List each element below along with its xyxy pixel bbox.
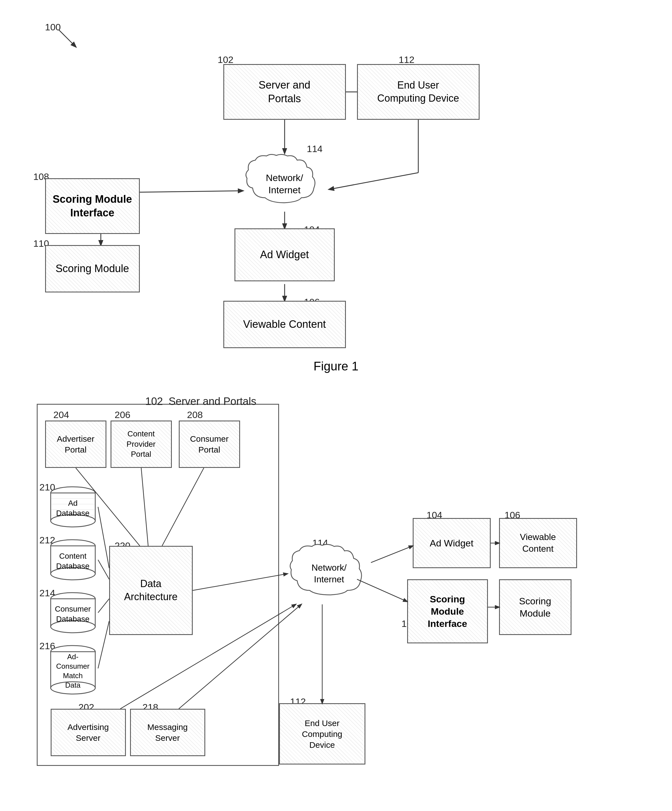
ref-102-fig2: 102 Server and Portals [145,395,256,407]
svg-line-35 [371,546,413,563]
consumer-portal-box: Consumer Portal [179,421,240,468]
ref-204: 204 [53,409,70,420]
ref-206: 206 [115,409,131,420]
scoring-module-box-fig2: Scoring Module [499,579,572,635]
page: 100 102 Server and Portals 112 End User … [0,0,672,811]
end-user-box-fig2: End User Computing Device [279,703,365,765]
data-architecture-box: Data Architecture [109,546,193,635]
advertising-server-box: Advertising Server [51,709,126,756]
content-provider-portal-box: Content Provider Portal [110,421,172,468]
messaging-server-box: Messaging Server [130,709,205,756]
ad-widget-box-fig2: Ad Widget [413,518,491,568]
viewable-content-box-fig2: Viewable Content [499,518,577,568]
content-database-cyl: Content Database [48,538,98,582]
svg-line-3 [329,173,418,189]
scoring-module-box-fig1: Scoring Module [45,245,140,292]
ref-208: 208 [187,409,203,420]
figure1-caption: Figure 1 [22,359,650,373]
figure1-diagram: 100 102 Server and Portals 112 End User … [23,17,650,351]
scoring-module-interface-box-fig2: Scoring Module Interface [407,579,488,643]
ref-114-fig1: 114 [307,143,323,154]
consumer-database-cyl: Consumer Database [48,590,98,635]
svg-line-6 [140,191,243,192]
advertiser-portal-box: Advertiser Portal [45,421,106,468]
scoring-module-interface-box-fig1: Scoring Module Interface [45,178,140,234]
ad-widget-box-fig1: Ad Widget [234,228,335,281]
network-cloud-fig1: Network/ Internet [243,153,326,212]
viewable-content-box-fig1: Viewable Content [223,301,346,348]
network-cloud-fig2: Network/ Internet [287,543,371,604]
ad-consumer-match-cyl: Ad- Consumer Match Data [48,643,98,696]
ad-database-cyl: Ad Database [48,485,98,529]
figure2-diagram: 102 Server and Portals 204 206 208 Adver… [23,390,650,808]
